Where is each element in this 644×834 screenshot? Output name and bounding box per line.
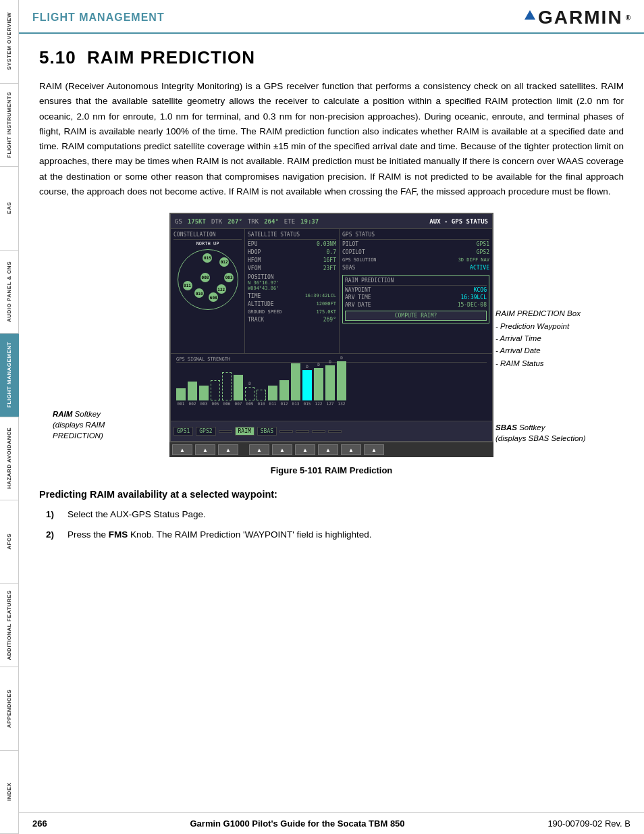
ete-label: ETE (284, 218, 295, 225)
step-2-num: 2) (46, 528, 59, 542)
raim-softkey-bold: RAIM (53, 410, 72, 418)
bars-container: 001 002 00 (176, 365, 487, 406)
annotation-left: RAIM Softkey (displays RAIMPREDICTION) (53, 409, 147, 441)
trk-value: 264° (264, 218, 279, 225)
footer: 266 Garmin G1000 Pilot's Guide for the S… (19, 812, 644, 834)
step-1-text: Select the AUX-GPS Status Page. (68, 508, 624, 521)
sat-015: 015 (203, 253, 212, 263)
raim-softkey-detail: (displays RAIMPREDICTION) (53, 421, 105, 440)
sidebar-item-flight-management[interactable]: FLIGHT MANAGEMENT (0, 334, 19, 417)
sidebar-item-audio-panel[interactable]: AUDIO PANEL & CNS (0, 251, 19, 334)
sat-track-row: TRACK 269° (248, 317, 336, 323)
ete-value: 19:37 (300, 218, 319, 225)
gps-status-label: GPS STATUS (342, 232, 489, 240)
annotation-raim-box: RAIM PREDICTION Box - Prediction Waypoin… (495, 307, 617, 369)
dtk-label: DTK (211, 218, 222, 225)
bar-013: 013 (291, 357, 300, 406)
arrow-btn-3[interactable]: ▲ (218, 444, 238, 455)
bar-003: 003 (199, 380, 209, 406)
bar-002: 002 (188, 375, 197, 406)
garmin-reg: ® (626, 14, 630, 22)
trk-label: TRK (248, 218, 259, 225)
softkey-empty5 (328, 430, 342, 433)
sidebar-item-flight-instruments[interactable]: FLIGHT INSTRUMENTS (0, 84, 19, 167)
aux-gps-label: AUX - GPS STATUS (429, 218, 488, 225)
dtk-value: 267° (227, 218, 242, 225)
page-body: 5.10 RAIM PREDICTION RAIM (Receiver Auto… (19, 34, 644, 812)
arrow-btn-6[interactable]: ▲ (295, 444, 315, 455)
sidebar-item-eas[interactable]: EAS (0, 167, 19, 251)
steps-list: 1) Select the AUX-GPS Status Page. 2) Pr… (46, 508, 624, 542)
raim-box-item4: - RAIM Status (495, 359, 544, 367)
softkey-gps1[interactable]: GPS1 (173, 427, 193, 436)
raim-arvdate-row: ARV DATE 15-DEC-08 (345, 302, 487, 308)
sidebar-item-additional-features[interactable]: ADDITIONAL FEATURES (0, 584, 19, 668)
signal-strength-panel: GPS SIGNAL STRENGTH 001 (171, 353, 492, 421)
sat-010: 010 (194, 288, 204, 298)
compute-raim-button[interactable]: COMPUTE RAIM? (345, 311, 487, 321)
raim-pred-label: RAIM PREDICTION (345, 278, 487, 286)
sat-012: 012 (219, 257, 229, 267)
sat-position-row: POSITION N 36°16.97' W094°43.86' (248, 274, 336, 291)
softkey-raim[interactable]: RAIM (235, 427, 254, 436)
sidebar-item-hazard-avoidance[interactable]: HAZARD AVOIDANCE (0, 417, 19, 501)
bar-006: 006 (222, 366, 232, 406)
gps-solution-row: GPS SOLUTION 3D DIFF NAV (342, 257, 489, 263)
step-1-num: 1) (46, 508, 59, 521)
subheading: Predicting RAIM availability at a select… (39, 489, 624, 500)
sidebar-item-index[interactable]: INDEX (0, 751, 19, 835)
sidebar-item-system-overview[interactable]: SYSTEM OVERVIEW (0, 0, 19, 84)
sbas-softkey-label: Softkey (517, 423, 545, 432)
step-2: 2) Press the FMS Knob. The RAIM Predicti… (46, 528, 624, 542)
copilot-row: COPILOT GPS2 (342, 249, 489, 255)
bar-007: 007 (234, 369, 243, 406)
garmin-logo-text: GARMIN (538, 7, 623, 28)
softkey-sbas[interactable]: SBAS (257, 427, 277, 436)
softkey-gps2[interactable]: GPS2 (196, 427, 215, 436)
main-content: FLIGHT MANAGEMENT GARMIN® 5.10 RAIM PRED… (19, 0, 644, 834)
sat-008: 008 (200, 273, 210, 282)
pilot-row: PILOT GPS1 (342, 241, 489, 247)
softkeys-row: GPS1 GPS2 RAIM SBAS (171, 421, 492, 441)
softkey-empty3 (296, 430, 309, 433)
bar-132: D 132 (337, 355, 346, 406)
sidebar-item-afcs[interactable]: AFCS (0, 500, 19, 584)
north-label: NORTH UP (173, 241, 242, 246)
sidebar-item-appendices[interactable]: APPENDICES (0, 667, 19, 751)
bar-015: D 015 (302, 364, 312, 406)
sbas-softkey-bold: SBAS (495, 423, 517, 432)
gps-display: GS 175KT DTK 267° TRK 264° ETE 19:37 AUX… (169, 213, 493, 457)
bar-011: 011 (268, 380, 277, 406)
arrow-btn-4[interactable]: ▲ (249, 444, 269, 455)
raim-box-item1: - Prediction Waypoint (495, 322, 569, 330)
arrow-btn-9[interactable]: ▲ (364, 444, 384, 455)
raim-arvtime-row: ARV TIME 16:39LCL (345, 294, 487, 301)
gs-value: 175KT (188, 218, 206, 225)
sat-status-label: SATELLITE STATUS (248, 232, 336, 240)
constellation-label: CONSTELLATION (173, 232, 242, 240)
footer-page: 266 (32, 818, 47, 829)
footer-doc: 190-00709-02 Rev. B (547, 818, 630, 829)
garmin-logo: GARMIN® (525, 7, 630, 28)
annotation-sbas: SBAS Softkey (displays SBAS Selection) (495, 422, 617, 444)
raim-waypoint-row: WAYPOINT KCOG (345, 287, 487, 293)
arrow-btn-2[interactable]: ▲ (195, 444, 215, 455)
bar-127: D 127 (325, 359, 335, 406)
softkey-empty4 (312, 430, 325, 433)
bar-010: 010 (257, 384, 266, 406)
section-number: 5.10 (39, 47, 76, 68)
header: FLIGHT MANAGEMENT GARMIN® (19, 0, 644, 34)
sbas-row: SBAS ACTIVE (342, 265, 489, 271)
section-title: 5.10 RAIM PREDICTION (39, 47, 624, 68)
sat-hdop-row: HDOP 0.7 (248, 249, 336, 255)
gps-top-bar: GS 175KT DTK 267° TRK 264° ETE 19:37 AUX… (171, 214, 492, 229)
figure-caption-text: Figure 5-101 RAIM Prediction (271, 465, 393, 475)
arrow-btn-1[interactable]: ▲ (172, 444, 192, 455)
figure-wrapper: RAIM Softkey (displays RAIMPREDICTION) R… (39, 213, 624, 457)
bar-005: 005 (211, 374, 220, 406)
sat-gs-row: GROUND SPEED 175.0KT (248, 309, 336, 315)
arrow-btn-8[interactable]: ▲ (341, 444, 361, 455)
arrow-btn-7[interactable]: ▲ (318, 444, 338, 455)
arrow-btn-5[interactable]: ▲ (272, 444, 292, 455)
header-title: FLIGHT MANAGEMENT (32, 11, 165, 24)
